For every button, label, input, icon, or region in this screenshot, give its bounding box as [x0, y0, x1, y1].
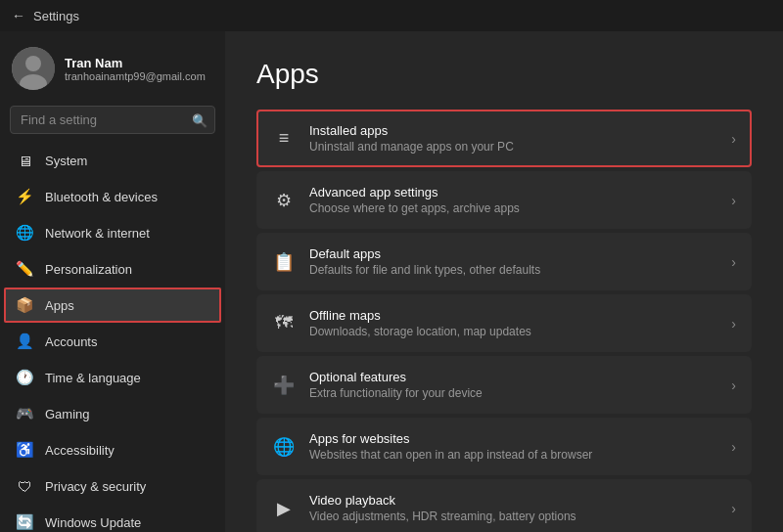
- settings-text-installed-apps: Installed apps Uninstall and manage apps…: [309, 123, 717, 154]
- avatar-image: [12, 47, 55, 90]
- sidebar-item-system[interactable]: 🖥 System: [4, 143, 221, 178]
- nav-label-gaming: Gaming: [45, 407, 209, 421]
- search-container: 🔍: [10, 106, 215, 134]
- nav-icon-network: 🌐: [16, 224, 33, 242]
- sidebar-item-network[interactable]: 🌐 Network & internet: [4, 215, 221, 250]
- settings-desc-apps-for-websites: Websites that can open in an app instead…: [309, 448, 717, 462]
- settings-list: ≡ Installed apps Uninstall and manage ap…: [256, 110, 752, 532]
- sidebar-item-time[interactable]: 🕐 Time & language: [4, 360, 221, 395]
- settings-item-installed-apps[interactable]: ≡ Installed apps Uninstall and manage ap…: [256, 110, 752, 167]
- sidebar-item-windowsupdate[interactable]: 🔄 Windows Update: [4, 505, 221, 532]
- settings-desc-installed-apps: Uninstall and manage apps on your PC: [309, 140, 717, 154]
- nav-icon-accessibility: ♿: [16, 441, 33, 459]
- chevron-right-icon: ›: [731, 131, 736, 147]
- sidebar-item-privacy[interactable]: 🛡 Privacy & security: [4, 468, 221, 504]
- nav-label-system: System: [45, 154, 209, 168]
- nav-icon-accounts: 👤: [16, 332, 33, 350]
- search-input[interactable]: [10, 106, 215, 134]
- settings-desc-offline-maps: Downloads, storage location, map updates: [309, 325, 717, 338]
- chevron-right-icon: ›: [731, 316, 736, 332]
- settings-item-offline-maps[interactable]: 🗺 Offline maps Downloads, storage locati…: [256, 294, 752, 352]
- user-info: Tran Nam tranhoainamtp99@gmail.com: [65, 56, 213, 82]
- settings-icon-default-apps: 📋: [272, 250, 296, 274]
- chevron-right-icon: ›: [731, 193, 736, 208]
- user-profile[interactable]: Tran Nam tranhoainamtp99@gmail.com: [0, 31, 225, 102]
- settings-item-video-playback[interactable]: ▶ Video playback Video adjustments, HDR …: [256, 479, 752, 532]
- title-bar: ← Settings: [0, 0, 783, 31]
- nav-label-accounts: Accounts: [45, 334, 209, 349]
- user-email: tranhoainamtp99@gmail.com: [65, 70, 213, 82]
- nav-label-apps: Apps: [45, 298, 209, 313]
- nav-label-privacy: Privacy & security: [45, 479, 209, 494]
- page-title: Apps: [256, 59, 752, 90]
- settings-title-optional-features: Optional features: [309, 370, 717, 384]
- settings-text-video-playback: Video playback Video adjustments, HDR st…: [309, 493, 717, 523]
- settings-text-default-apps: Default apps Defaults for file and link …: [309, 246, 717, 277]
- nav-icon-windowsupdate: 🔄: [16, 513, 33, 531]
- settings-desc-advanced-app-settings: Choose where to get apps, archive apps: [309, 201, 717, 215]
- settings-text-apps-for-websites: Apps for websites Websites that can open…: [309, 431, 717, 462]
- settings-icon-advanced-app-settings: ⚙: [272, 189, 296, 212]
- svg-point-1: [25, 56, 41, 71]
- settings-icon-offline-maps: 🗺: [272, 312, 296, 335]
- main-container: Tran Nam tranhoainamtp99@gmail.com 🔍 🖥 S…: [0, 31, 783, 532]
- nav-icon-gaming: 🎮: [16, 405, 33, 422]
- sidebar: Tran Nam tranhoainamtp99@gmail.com 🔍 🖥 S…: [0, 31, 225, 532]
- sidebar-item-apps[interactable]: 📦 Apps: [4, 288, 221, 323]
- settings-desc-optional-features: Extra functionality for your device: [309, 386, 717, 400]
- nav-label-windowsupdate: Windows Update: [45, 515, 209, 530]
- settings-icon-installed-apps: ≡: [272, 127, 296, 151]
- settings-item-optional-features[interactable]: ➕ Optional features Extra functionality …: [256, 356, 752, 414]
- content-area: Apps ≡ Installed apps Uninstall and mana…: [225, 31, 783, 532]
- nav-list: 🖥 System ⚡ Bluetooth & devices 🌐 Network…: [0, 142, 225, 532]
- search-icon: 🔍: [192, 112, 207, 127]
- user-name: Tran Nam: [65, 56, 213, 70]
- avatar: [12, 47, 55, 90]
- settings-desc-video-playback: Video adjustments, HDR streaming, batter…: [309, 510, 717, 523]
- nav-icon-apps: 📦: [16, 296, 33, 314]
- settings-icon-optional-features: ➕: [272, 374, 296, 397]
- back-button[interactable]: ←: [12, 8, 25, 23]
- settings-icon-video-playback: ▶: [272, 497, 296, 520]
- sidebar-item-accounts[interactable]: 👤 Accounts: [4, 324, 221, 359]
- chevron-right-icon: ›: [731, 501, 736, 516]
- nav-icon-system: 🖥: [16, 152, 33, 169]
- chevron-right-icon: ›: [731, 439, 736, 455]
- settings-title-installed-apps: Installed apps: [309, 123, 717, 138]
- settings-text-offline-maps: Offline maps Downloads, storage location…: [309, 308, 717, 338]
- settings-item-advanced-app-settings[interactable]: ⚙ Advanced app settings Choose where to …: [256, 171, 752, 229]
- sidebar-item-bluetooth[interactable]: ⚡ Bluetooth & devices: [4, 179, 221, 214]
- nav-icon-bluetooth: ⚡: [16, 188, 33, 205]
- settings-text-optional-features: Optional features Extra functionality fo…: [309, 370, 717, 400]
- chevron-right-icon: ›: [731, 254, 736, 270]
- settings-title-offline-maps: Offline maps: [309, 308, 717, 323]
- settings-desc-default-apps: Defaults for file and link types, other …: [309, 263, 717, 277]
- nav-icon-time: 🕐: [16, 369, 33, 386]
- settings-title-video-playback: Video playback: [309, 493, 717, 508]
- settings-item-apps-for-websites[interactable]: 🌐 Apps for websites Websites that can op…: [256, 418, 752, 475]
- settings-title-default-apps: Default apps: [309, 246, 717, 261]
- settings-title-apps-for-websites: Apps for websites: [309, 431, 717, 446]
- nav-label-network: Network & internet: [45, 226, 209, 241]
- nav-icon-privacy: 🛡: [16, 477, 33, 495]
- nav-label-bluetooth: Bluetooth & devices: [45, 190, 209, 204]
- settings-item-default-apps[interactable]: 📋 Default apps Defaults for file and lin…: [256, 233, 752, 290]
- sidebar-item-personalization[interactable]: ✏️ Personalization: [4, 251, 221, 287]
- sidebar-item-gaming[interactable]: 🎮 Gaming: [4, 396, 221, 431]
- sidebar-item-accessibility[interactable]: ♿ Accessibility: [4, 432, 221, 467]
- nav-icon-personalization: ✏️: [16, 260, 33, 278]
- nav-label-time: Time & language: [45, 371, 209, 385]
- nav-label-personalization: Personalization: [45, 262, 209, 277]
- title-bar-label: Settings: [33, 9, 79, 23]
- nav-label-accessibility: Accessibility: [45, 443, 209, 458]
- settings-text-advanced-app-settings: Advanced app settings Choose where to ge…: [309, 185, 717, 215]
- chevron-right-icon: ›: [731, 377, 736, 393]
- settings-icon-apps-for-websites: 🌐: [272, 435, 296, 459]
- settings-title-advanced-app-settings: Advanced app settings: [309, 185, 717, 200]
